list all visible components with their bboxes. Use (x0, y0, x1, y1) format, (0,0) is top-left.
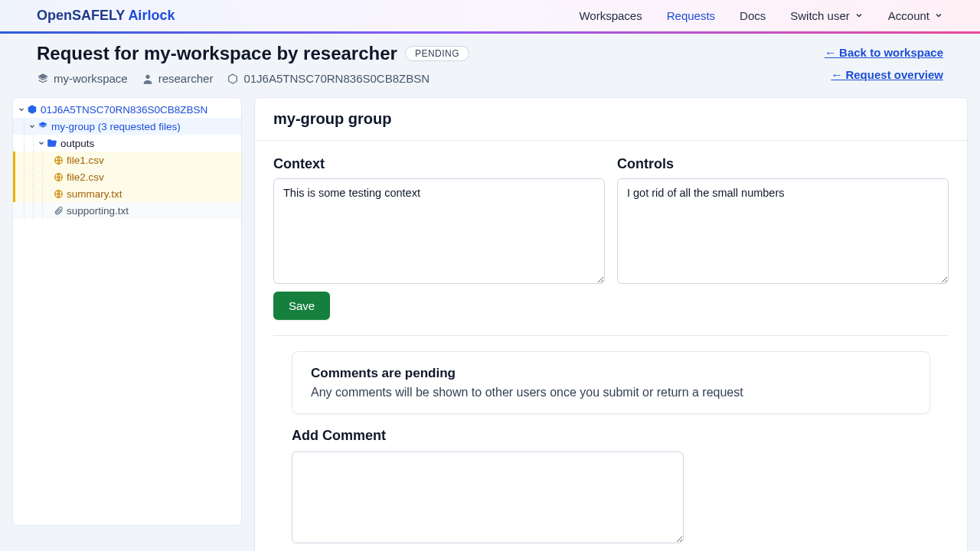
comments-pending-subtitle: Any comments will be shown to other user… (311, 386, 911, 399)
brand-text-2: Airlock (128, 8, 175, 23)
globe-icon (53, 188, 64, 199)
chevron-down-icon (934, 9, 943, 22)
tree-group[interactable]: my-group (3 requested files) (13, 118, 241, 135)
panel-title: my-group group (273, 110, 949, 128)
header-title-row: Request for my-workspace by researcher P… (37, 43, 469, 64)
context-column: Context (273, 156, 605, 284)
tree-file-file2[interactable]: file2.csv (13, 168, 241, 185)
nav-workspaces-label: Workspaces (579, 9, 642, 22)
chevron-down-icon (854, 9, 864, 22)
controls-label: Controls (617, 156, 949, 172)
nav-links: Workspaces Requests Docs Switch user Acc… (579, 9, 943, 22)
svg-point-0 (145, 74, 149, 78)
context-label: Context (273, 156, 605, 172)
file-tree: 01J6A5TNSC70RN836S0CB8ZBSN my-group (3 r… (12, 97, 242, 526)
nav-switch-user-label: Switch user (790, 9, 850, 22)
nav-switch-user[interactable]: Switch user (790, 9, 864, 22)
tree-file-label: file1.csv (67, 155, 104, 166)
layers-icon (37, 73, 49, 85)
tree-group-label: my-group (3 requested files) (51, 121, 181, 132)
tree-file-label: file2.csv (67, 171, 104, 183)
save-button[interactable]: Save (273, 292, 330, 320)
meta-user: researcher (142, 72, 214, 85)
nav-account[interactable]: Account (888, 9, 943, 22)
tree-file-supporting[interactable]: supporting.txt (13, 202, 241, 219)
panel-header: my-group group (255, 98, 967, 141)
brand-logo[interactable]: OpenSAFELY Airlock (37, 8, 175, 24)
tree-file-label: supporting.txt (67, 205, 129, 217)
tree-folder-outputs[interactable]: outputs (13, 135, 241, 152)
caret-down-icon (16, 106, 27, 113)
caret-down-icon (36, 139, 47, 147)
context-controls-row: Context Controls (273, 156, 949, 284)
main-panel: my-group group Context Controls Save Com… (254, 97, 968, 551)
package-icon (27, 104, 38, 115)
user-icon (142, 73, 154, 85)
top-navigation: OpenSAFELY Airlock Workspaces Requests D… (0, 0, 980, 34)
tree-root[interactable]: 01J6A5TNSC70RN836S0CB8ZBSN (13, 101, 241, 118)
folder-open-icon (47, 138, 57, 148)
status-badge: PENDING (405, 46, 469, 61)
nav-workspaces[interactable]: Workspaces (579, 9, 642, 22)
tree-file-label: summary.txt (67, 188, 122, 200)
caret-down-icon (27, 122, 38, 130)
paperclip-icon (53, 205, 64, 216)
header-left: Request for my-workspace by researcher P… (37, 43, 469, 85)
layers-icon (38, 121, 48, 132)
panel-body: Context Controls Save Comments are pendi… (255, 141, 967, 551)
layout: 01J6A5TNSC70RN836S0CB8ZBSN my-group (3 r… (0, 97, 980, 551)
tree-root-label: 01J6A5TNSC70RN836S0CB8ZBSN (41, 104, 207, 116)
meta-user-label: researcher (158, 72, 214, 85)
back-to-workspace-link[interactable]: ← Back to workspace (825, 46, 943, 59)
nav-requests-label: Requests (667, 9, 715, 22)
brand-text-1: OpenSAFELY (37, 8, 128, 23)
controls-textarea[interactable] (617, 178, 949, 284)
add-comment-label: Add Comment (292, 428, 930, 444)
add-comment-textarea[interactable] (292, 452, 684, 543)
globe-icon (53, 155, 64, 165)
request-overview-link[interactable]: ← Request overview (831, 68, 943, 81)
divider (273, 335, 949, 336)
nav-account-label: Account (888, 9, 929, 22)
globe-icon (53, 171, 64, 182)
page-header: Request for my-workspace by researcher P… (0, 34, 980, 97)
nav-docs-label: Docs (740, 9, 766, 22)
cube-icon (227, 73, 239, 85)
meta-request-id: 01J6A5TNSC70RN836S0CB8ZBSN (227, 72, 430, 85)
comments-pending-title: Comments are pending (311, 366, 911, 381)
nav-docs[interactable]: Docs (740, 9, 766, 22)
meta-request-id-label: 01J6A5TNSC70RN836S0CB8ZBSN (243, 72, 430, 85)
tree-folder-label: outputs (60, 138, 94, 149)
meta-row: my-workspace researcher 01J6A5TNSC70RN83… (37, 72, 469, 85)
add-comment-section: Add Comment (292, 428, 930, 546)
nav-requests[interactable]: Requests (667, 9, 715, 22)
controls-column: Controls (617, 156, 949, 284)
tree-file-summary[interactable]: summary.txt (13, 185, 241, 202)
tree-file-file1[interactable]: file1.csv (13, 152, 241, 168)
meta-workspace: my-workspace (37, 72, 128, 85)
context-textarea[interactable] (273, 178, 605, 284)
meta-workspace-label: my-workspace (54, 72, 128, 85)
page-title: Request for my-workspace by researcher (37, 43, 397, 64)
header-right: ← Back to workspace ← Request overview (825, 43, 943, 81)
comments-pending-card: Comments are pending Any comments will b… (292, 351, 930, 414)
